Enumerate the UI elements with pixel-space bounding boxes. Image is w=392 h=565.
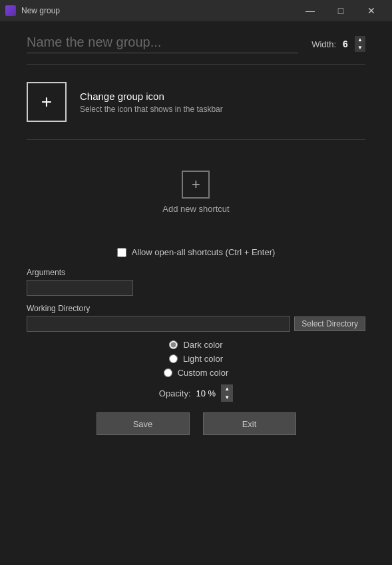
light-color-row: Light color: [169, 354, 223, 364]
divider-2: [27, 139, 365, 140]
dark-color-label: Dark color: [183, 340, 222, 350]
width-decrement-button[interactable]: ▼: [355, 44, 365, 52]
maximize-button[interactable]: □: [325, 0, 356, 21]
working-dir-label: Working Directory: [27, 304, 365, 313]
app-icon: [5, 5, 16, 16]
dark-color-radio[interactable]: [169, 340, 178, 349]
width-increment-button[interactable]: ▲: [355, 36, 365, 44]
change-icon-box[interactable]: +: [27, 82, 67, 122]
open-all-checkbox[interactable]: [117, 248, 126, 257]
arguments-group: Arguments: [27, 268, 365, 296]
main-content: Width: 6 ▲ ▼ + Change group icon Select …: [0, 21, 392, 565]
open-all-label: Allow open-all shortcuts (Ctrl + Enter): [132, 247, 276, 257]
add-shortcut-label: Add new shortcut: [162, 204, 229, 214]
titlebar-left: New group: [5, 5, 60, 16]
group-name-input[interactable]: [27, 35, 298, 53]
color-radio-group: Dark color Light color Custom color: [27, 340, 365, 378]
header-row: Width: 6 ▲ ▼: [27, 35, 365, 53]
working-dir-group: Working Directory Select Directory: [27, 304, 365, 332]
opacity-decrement-button[interactable]: ▼: [221, 393, 233, 402]
opacity-row: Opacity: 10 % ▲ ▼: [27, 384, 365, 402]
icon-subtitle: Select the icon that shows in the taskba…: [80, 105, 223, 114]
custom-color-label: Custom color: [178, 368, 229, 378]
width-value: 6: [340, 39, 351, 49]
opacity-spinner: ▲ ▼: [221, 384, 233, 402]
working-dir-input[interactable]: [27, 316, 290, 332]
width-control: Width: 6 ▲ ▼: [311, 36, 365, 52]
width-spinner: ▲ ▼: [355, 36, 365, 52]
icon-section: + Change group icon Select the icon that…: [27, 75, 365, 129]
light-color-radio[interactable]: [169, 354, 178, 363]
titlebar-controls: — □ ✕: [295, 0, 387, 21]
light-color-label: Light color: [183, 354, 223, 364]
select-directory-button[interactable]: Select Directory: [294, 316, 365, 331]
options-section: Allow open-all shortcuts (Ctrl + Enter) …: [27, 247, 365, 402]
shortcuts-area: + Add new shortcut: [27, 151, 365, 241]
custom-color-radio[interactable]: [164, 368, 172, 377]
working-dir-row: Select Directory: [27, 316, 365, 332]
save-button[interactable]: Save: [97, 412, 190, 435]
checkbox-row: Allow open-all shortcuts (Ctrl + Enter): [27, 247, 365, 257]
opacity-increment-button[interactable]: ▲: [221, 384, 233, 393]
opacity-label: Opacity:: [159, 388, 191, 398]
icon-text: Change group icon Select the icon that s…: [80, 91, 223, 114]
arguments-input[interactable]: [27, 280, 133, 296]
dark-color-row: Dark color: [169, 340, 222, 350]
exit-button[interactable]: Exit: [203, 412, 296, 435]
width-label: Width:: [311, 39, 336, 49]
icon-title: Change group icon: [80, 91, 223, 102]
minimize-button[interactable]: —: [295, 0, 325, 21]
arguments-label: Arguments: [27, 268, 365, 277]
titlebar: New group — □ ✕: [0, 0, 392, 21]
add-shortcut-button[interactable]: + Add new shortcut: [162, 171, 229, 214]
titlebar-title: New group: [21, 6, 60, 15]
close-button[interactable]: ✕: [356, 0, 387, 21]
add-shortcut-icon: +: [182, 171, 210, 199]
opacity-value: 10 %: [196, 388, 216, 398]
bottom-buttons: Save Exit: [27, 412, 365, 442]
plus-icon: +: [41, 93, 52, 111]
divider-1: [27, 64, 365, 65]
custom-color-row: Custom color: [164, 368, 229, 378]
